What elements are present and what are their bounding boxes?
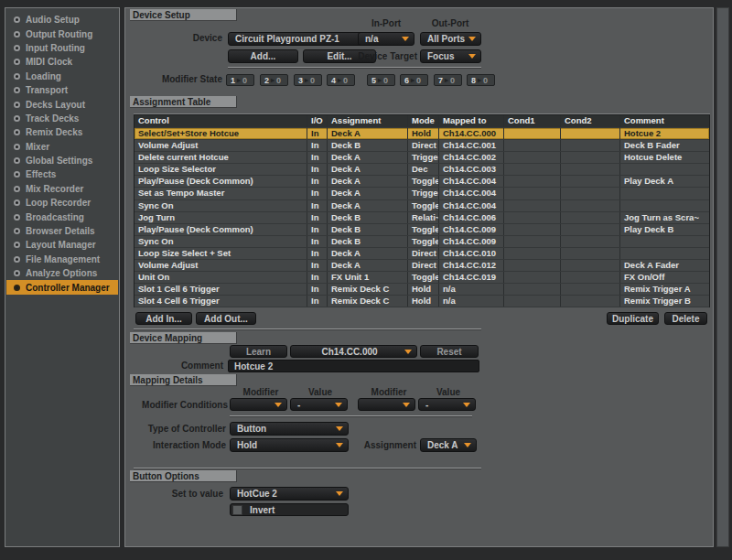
modifier-state-2[interactable]: 2▸0 [260, 74, 288, 86]
out-port-dropdown[interactable]: All Ports [420, 32, 481, 46]
modifier-value: 0 [383, 76, 388, 85]
sidebar-item-label: Mixer [26, 142, 49, 152]
table-cell: Trigger [408, 188, 439, 199]
table-row[interactable]: Loop Size SelectorInDeck ADecCh14.CC.003 [135, 164, 709, 176]
add-out-button[interactable]: Add Out... [196, 312, 256, 325]
sidebar-item-decks-layout[interactable]: Decks Layout [6, 97, 118, 111]
mapped-value-dropdown[interactable]: Ch14.CC.000 [290, 345, 417, 358]
modifier-state-7[interactable]: 7▸0 [434, 74, 462, 86]
sidebar-item-track-decks[interactable]: Track Decks [6, 112, 118, 125]
sidebar-item-label: Input Routing [26, 43, 85, 53]
table-cell: Ch14.CC.000 [439, 128, 504, 139]
sidebar-item-broadcasting[interactable]: Broadcasting [6, 210, 118, 223]
separator [134, 328, 481, 329]
modifier-state-8[interactable]: 8▸0 [467, 74, 495, 86]
sidebar-item-global-settings[interactable]: Global Settings [6, 154, 118, 167]
set-to-value-dropdown[interactable]: HotCue 2 [230, 487, 349, 501]
modifier-state-3[interactable]: 3▸0 [294, 74, 322, 86]
sidebar-item-browser-details[interactable]: Browser Details [6, 224, 118, 238]
table-cell [504, 152, 561, 163]
sidebar-item-controller-manager[interactable]: Controller Manager [6, 280, 118, 294]
assignment-dropdown[interactable]: Deck A [420, 438, 477, 452]
modifier-state-6[interactable]: 6▸0 [400, 74, 428, 86]
sidebar-item-mixer[interactable]: Mixer [6, 140, 118, 154]
column-header[interactable]: I/O [307, 115, 328, 127]
invert-checkbox[interactable]: Invert [230, 503, 349, 516]
modifier-state-1[interactable]: 1▸0 [226, 74, 254, 86]
condition-modifier-dropdown[interactable] [358, 398, 415, 411]
column-header[interactable]: Cond2 [561, 115, 620, 127]
table-row[interactable]: Slot 4 Cell 6 TriggerInRemix Deck CHoldn… [135, 296, 709, 307]
table-row[interactable]: Select/Set+Store HotcueInDeck AHoldCh14.… [135, 128, 709, 140]
comment-input[interactable]: Hotcue 2 [228, 360, 479, 372]
add-device-button[interactable]: Add... [228, 49, 298, 63]
reset-button[interactable]: Reset [420, 345, 479, 358]
scrollbar[interactable] [716, 7, 729, 547]
assignment-table[interactable]: ControlI/OAssignmentModeMapped toCond1Co… [134, 114, 710, 307]
column-header[interactable]: Cond1 [504, 115, 561, 127]
device-dropdown[interactable]: Circuit Playground PZ-1 [228, 32, 376, 46]
table-row[interactable]: Play/Pause (Deck Common)InDeck AToggleCh… [135, 176, 709, 188]
table-cell: In [307, 176, 328, 187]
add-in-button[interactable]: Add In... [135, 312, 192, 325]
table-row[interactable]: Play/Pause (Deck Common)InDeck BToggleCh… [135, 224, 709, 236]
table-row[interactable]: Volume AdjustInDeck BDirectCh14.CC.001De… [135, 140, 709, 152]
sidebar-item-effects[interactable]: Effects [6, 167, 118, 181]
sidebar-item-input-routing[interactable]: Input Routing [6, 41, 118, 55]
modifier-state-5[interactable]: 5▸0 [367, 74, 395, 86]
table-cell: Deck A [328, 188, 408, 199]
table-cell: Remix Deck C [328, 296, 408, 307]
column-header[interactable]: Assignment [328, 115, 408, 127]
table-cell: Direct [408, 248, 439, 259]
table-cell: In [307, 188, 328, 199]
set-to-value-label: Set to value [135, 488, 223, 501]
sidebar-item-analyze-options[interactable]: Analyze Options [6, 266, 118, 280]
table-cell: Select/Set+Store Hotcue [135, 128, 307, 139]
condition-value-dropdown[interactable]: - [290, 398, 348, 411]
table-row[interactable]: Set as Tempo MasterInDeck ATriggerCh14.C… [135, 188, 709, 199]
checkbox-box[interactable] [232, 505, 242, 515]
sidebar-item-remix-decks[interactable]: Remix Decks [6, 125, 118, 139]
column-header[interactable]: Comment [620, 115, 711, 127]
sidebar-item-mix-recorder[interactable]: Mix Recorder [6, 182, 118, 196]
sidebar-item-audio-setup[interactable]: Audio Setup [6, 13, 118, 27]
table-cell: Sync On [135, 236, 307, 247]
table-row[interactable]: Volume AdjustInDeck ADirectCh14.CC.012De… [135, 260, 709, 272]
table-row[interactable]: Unit OnInFX Unit 1ToggleCh14.CC.019FX On… [135, 272, 709, 284]
table-row[interactable]: Slot 1 Cell 6 TriggerInRemix Deck CHoldn… [135, 284, 709, 296]
delete-button[interactable]: Delete [664, 312, 707, 325]
column-header[interactable]: Control [135, 115, 307, 127]
table-row[interactable]: Sync OnInDeck BToggleCh14.CC.009 [135, 236, 709, 248]
sidebar-item-output-routing[interactable]: Output Routing [6, 27, 118, 40]
device-label: Device [135, 32, 222, 45]
column-header[interactable]: Mode [408, 115, 439, 127]
table-cell [504, 236, 561, 247]
sidebar-item-loading[interactable]: Loading [6, 70, 118, 83]
modifier-value: 0 [276, 76, 281, 85]
table-cell [561, 296, 620, 307]
condition-modifier-dropdown[interactable] [230, 398, 287, 411]
table-header-row: ControlI/OAssignmentModeMapped toCond1Co… [135, 115, 709, 128]
modifier-number: 5 [368, 76, 376, 85]
sidebar-item-layout-manager[interactable]: Layout Manager [6, 238, 118, 252]
modifier-state-4[interactable]: 4▸0 [327, 74, 355, 86]
type-of-controller-dropdown[interactable]: Button [230, 422, 349, 436]
table-row[interactable]: Delete current HotcueInDeck ATriggerCh14… [135, 152, 709, 164]
table-cell: Toggle [408, 176, 439, 187]
sidebar-item-transport[interactable]: Transport [6, 83, 118, 97]
condition-value-dropdown[interactable]: - [418, 398, 476, 411]
table-row[interactable]: Loop Size Select + SetInDeck ADirectCh14… [135, 248, 709, 260]
sidebar-item-midi-clock[interactable]: MIDI Clock [6, 55, 118, 69]
column-header[interactable]: Mapped to [439, 115, 504, 127]
sidebar-item-file-management[interactable]: File Management [6, 253, 118, 266]
table-row[interactable]: Sync OnInDeck AToggleCh14.CC.004 [135, 200, 709, 212]
duplicate-button[interactable]: Duplicate [607, 312, 659, 325]
table-cell: Ch14.CC.004 [439, 200, 504, 211]
sidebar-item-loop-recorder[interactable]: Loop Recorder [6, 196, 118, 210]
table-row[interactable]: Jog TurnInDeck BRelati~Ch14.CC.006Jog Tu… [135, 212, 709, 224]
table-cell: Ch14.CC.001 [439, 140, 504, 151]
learn-button[interactable]: Learn [230, 345, 287, 358]
device-target-dropdown[interactable]: Focus [420, 49, 481, 63]
table-cell: Volume Adjust [135, 140, 307, 151]
in-port-dropdown[interactable]: n/a [358, 32, 414, 46]
